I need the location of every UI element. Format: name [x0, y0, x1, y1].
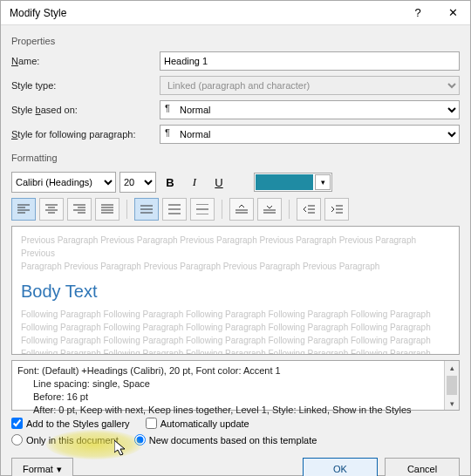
italic-button[interactable]: I [184, 172, 205, 193]
properties-heading: Properties [11, 36, 460, 46]
preview-following-text: Following Paragraph Following Paragraph … [21, 334, 450, 347]
preview-body-text: Body Text [21, 278, 450, 304]
separator [289, 200, 290, 219]
align-left-button[interactable] [11, 198, 36, 221]
decrease-indent-button[interactable] [297, 198, 321, 221]
auto-update-label: Automatically update [160, 418, 249, 429]
formatting-heading: Formatting [11, 153, 460, 163]
chevron-down-icon: ▾ [57, 464, 62, 475]
following-label: Style for following paragraph: [11, 129, 160, 139]
only-this-doc-radio[interactable]: Only in this document [11, 434, 119, 445]
preview-prev-text: Paragraph Previous Paragraph Previous Pa… [21, 260, 450, 273]
following-select[interactable]: Normal [160, 125, 460, 144]
dialog-body: Properties Name: Style type: Linked (par… [1, 25, 470, 476]
preview-pane: Previous Paragraph Previous Paragraph Pr… [11, 226, 460, 355]
color-swatch-bar [256, 174, 313, 190]
scroll-down-icon[interactable]: ▾ [445, 397, 459, 410]
only-this-doc-input[interactable] [11, 434, 23, 445]
font-color-picker[interactable]: ▾ [254, 173, 332, 192]
add-gallery-label: Add to the Styles gallery [26, 418, 130, 429]
increase-indent-button[interactable] [324, 198, 349, 221]
preview-prev-text: Previous Paragraph Previous Paragraph Pr… [21, 234, 450, 260]
cancel-button[interactable]: Cancel [385, 458, 460, 476]
format-button[interactable]: Format ▾ [11, 458, 73, 476]
spacing-2-button[interactable] [190, 198, 215, 221]
close-button[interactable]: ✕ [435, 1, 470, 25]
new-docs-input[interactable] [134, 434, 146, 445]
based-on-label: Style based on: [11, 105, 160, 115]
scroll-thumb[interactable] [447, 376, 457, 395]
scroll-up-icon[interactable]: ▴ [445, 361, 459, 374]
scrollbar[interactable]: ▴ ▾ [444, 361, 459, 410]
space-before-dec-button[interactable] [257, 198, 282, 221]
titlebar: Modify Style ? ✕ [1, 1, 470, 25]
paragraph-toolbar [11, 198, 460, 221]
new-docs-label: New documents based on this template [149, 435, 317, 445]
help-button[interactable]: ? [400, 1, 435, 25]
preview-following-text: Following Paragraph Following Paragraph … [21, 347, 450, 355]
align-right-button[interactable] [67, 198, 92, 221]
only-this-doc-label: Only in this document [26, 435, 119, 445]
chevron-down-icon[interactable]: ▾ [315, 174, 331, 190]
add-gallery-checkbox[interactable]: Add to the Styles gallery [11, 418, 130, 429]
spacing-1-button[interactable] [134, 198, 159, 221]
auto-update-checkbox[interactable]: Automatically update [146, 418, 249, 429]
separator [222, 200, 222, 219]
bold-button[interactable]: B [160, 172, 181, 193]
name-label: Name: [11, 56, 160, 66]
underline-button[interactable]: U [208, 172, 229, 193]
auto-update-input[interactable] [146, 418, 157, 429]
style-type-label: Style type: [11, 80, 160, 91]
desc-line: After: 0 pt, Keep with next, Keep lines … [17, 404, 439, 417]
space-before-inc-button[interactable] [229, 198, 254, 221]
font-toolbar: Calibri (Headings) 20 B I U ▾ [11, 172, 460, 193]
font-size-select[interactable]: 20 [119, 172, 156, 193]
description-box: Font: (Default) +Headings (Calibri), 20 … [11, 360, 460, 411]
font-name-select[interactable]: Calibri (Headings) [11, 172, 116, 193]
spacing-1.5-button[interactable] [162, 198, 187, 221]
preview-following-text: Following Paragraph Following Paragraph … [21, 308, 450, 321]
desc-line: Line spacing: single, Space [17, 377, 439, 391]
ok-button[interactable]: OK [303, 458, 378, 476]
options-area: Add to the Styles gallery Automatically … [11, 418, 460, 451]
format-button-label: Format [23, 464, 53, 474]
decorative-strip [1, 25, 4, 475]
dialog-title: Modify Style [10, 7, 400, 19]
new-docs-radio[interactable]: New documents based on this template [134, 434, 317, 445]
modify-style-dialog: Modify Style ? ✕ Properties Name: Style … [0, 0, 471, 476]
add-gallery-input[interactable] [11, 418, 23, 429]
separator [126, 200, 127, 219]
align-center-button[interactable] [39, 198, 64, 221]
style-type-select: Linked (paragraph and character) [160, 76, 460, 95]
desc-line: Font: (Default) +Headings (Calibri), 20 … [17, 364, 439, 377]
preview-following-text: Following Paragraph Following Paragraph … [21, 321, 450, 334]
footer: Format ▾ OK Cancel [11, 458, 460, 476]
name-input[interactable] [160, 51, 460, 71]
based-on-select[interactable]: Normal [160, 100, 460, 119]
align-justify-button[interactable] [95, 198, 119, 221]
desc-line: Before: 16 pt [17, 391, 439, 404]
